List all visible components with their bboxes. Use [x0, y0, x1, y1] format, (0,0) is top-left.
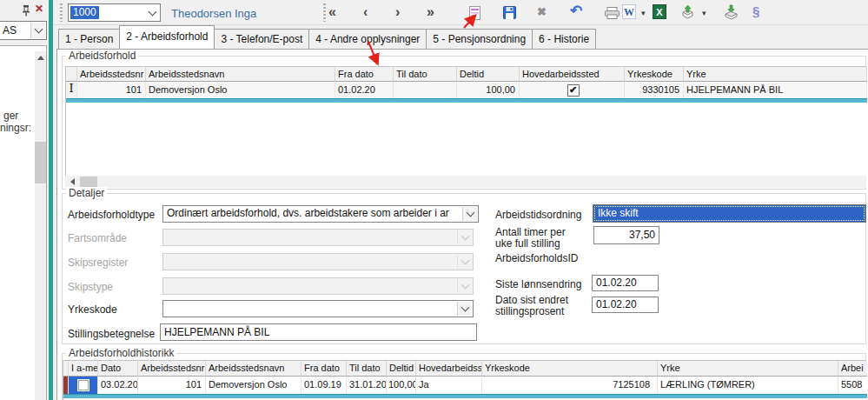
next-record-button[interactable]: ›	[395, 4, 400, 20]
column-header[interactable]: Yrkeskode	[482, 361, 658, 377]
word-export-icon[interactable]: W	[622, 4, 636, 19]
cell-arbeidsstedsnr: 101	[77, 82, 146, 98]
paragraph-settings-icon[interactable]: §	[752, 3, 759, 18]
history-grid[interactable]: I a-meld Dato Arbeidsstedsnr Arbeidssted…	[63, 360, 866, 400]
tab-andre-opplysninger[interactable]: 4 - Andre opplysninger	[308, 29, 427, 49]
column-header[interactable]: Arbei	[838, 361, 867, 377]
chevron-down-icon	[457, 255, 472, 269]
siste-lonnsendring-input[interactable]: 01.02.20	[592, 275, 659, 291]
column-header[interactable]: Arbeidsstedsnavn	[146, 67, 335, 82]
tab-telefon-epost[interactable]: 3 - Telefon/E-post	[214, 29, 309, 49]
employment-grid[interactable]: Arbeidsstedsnr Arbeidsstedsnavn Fra dato…	[65, 66, 866, 176]
new-record-icon[interactable]	[469, 6, 480, 20]
excel-export-icon[interactable]: X	[653, 4, 666, 19]
tab-arbeidsforhold[interactable]: 2 - Arbeidsforhold	[119, 25, 215, 49]
skipsregister-combo	[162, 253, 474, 270]
chevron-down-icon[interactable]: ▾	[641, 9, 646, 17]
scroll-left-icon[interactable]	[65, 176, 79, 188]
antall-timer-input[interactable]: 37,50	[593, 226, 659, 244]
checkbox-unchecked[interactable]	[77, 379, 89, 391]
column-header[interactable]: Deltid	[457, 67, 520, 82]
antall-timer-label-line2: uke full stilling	[495, 237, 560, 250]
cell-yrkeskode: 7125108	[482, 377, 658, 394]
cell-i-ameld	[69, 377, 98, 394]
tab-person[interactable]: 1 - Person	[58, 29, 120, 49]
yrkeskode-combo[interactable]: 9330105 HJELPEMANN PÅ BIL	[162, 300, 474, 317]
dato-sist-endret-input[interactable]: 01.02.20	[592, 297, 659, 313]
employee-number-combo[interactable]: 1000	[68, 3, 161, 22]
cell-dato: 03.02.20	[98, 377, 138, 394]
yrkeskode-label: Yrkeskode	[68, 303, 117, 316]
skipstype-label: Skipstype	[68, 281, 113, 293]
column-header[interactable]: Hovedarbeidssted	[416, 361, 482, 377]
toolbar-grip[interactable]	[323, 3, 326, 22]
column-header[interactable]: Fra dato	[335, 67, 394, 82]
pin-icon[interactable]	[21, 4, 31, 17]
chevron-down-icon[interactable]	[145, 5, 159, 20]
stillingsbetegnelse-input[interactable]: HJELPEMANN PÅ BIL	[160, 323, 477, 341]
toolbar-grip[interactable]	[60, 3, 63, 22]
close-panel-icon[interactable]: ✕	[35, 3, 43, 15]
employment-hscrollbar[interactable]	[65, 176, 866, 188]
column-header[interactable]: Arbeidsstedsnavn	[206, 361, 301, 377]
scrollbar-thumb[interactable]	[35, 142, 46, 183]
cell-hovedarbeidssted: ✔	[520, 82, 625, 98]
chevron-down-icon	[457, 279, 472, 293]
cell-arbeidsstedsnavn: Demoversjon Oslo	[146, 82, 335, 98]
column-header[interactable]: Arbeidsstedsnr	[77, 67, 146, 82]
arbeidstidsordning-combo[interactable]: Ikke skift	[593, 204, 866, 223]
scroll-up-icon[interactable]	[35, 51, 46, 64]
cell-yrkeskode: 9330105	[625, 82, 684, 98]
checkbox-checked[interactable]: ✔	[567, 84, 580, 97]
cell-arbeidsforholdsid: 5508	[838, 377, 867, 394]
dock-list-item[interactable]: ningsr:	[0, 122, 31, 134]
column-header[interactable]: I a-meld	[69, 361, 98, 377]
dock-scrollbar[interactable]	[35, 51, 46, 400]
table-row[interactable]: I 101 Demoversjon Oslo 01.02.20 100,00 ✔…	[66, 82, 867, 98]
cell-arbeidsstedsnr: 101	[138, 377, 206, 394]
employee-number-value: 1000	[70, 6, 99, 19]
current-row-indicator	[63, 394, 867, 398]
last-record-button[interactable]: »	[427, 4, 434, 20]
table-row[interactable]: 03.02.20 101 Demoversjon Oslo 01.09.19 3…	[63, 377, 867, 394]
siste-lonnsendring-label: Siste lønnsendring	[495, 278, 581, 290]
column-header[interactable]: Til dato	[394, 67, 457, 82]
column-header[interactable]: Arbeidsstedsnr	[138, 361, 206, 377]
cell-deltid: 100,00	[457, 82, 520, 98]
save-icon[interactable]	[503, 6, 516, 19]
app-window: ✕ AS ger ningsr: 1000 Theodorsen Inga « …	[0, 0, 868, 400]
tab-pensjonsordning[interactable]: 5 - Pensjonsordning	[426, 29, 533, 49]
column-header[interactable]: Yrke	[658, 361, 838, 377]
chevron-down-icon[interactable]	[462, 207, 477, 221]
first-record-button[interactable]: «	[328, 4, 336, 20]
column-header[interactable]: Til dato	[347, 361, 387, 377]
delete-icon[interactable]: ✖	[537, 5, 547, 18]
column-header[interactable]: Dato	[98, 361, 138, 377]
import-icon[interactable]	[724, 4, 739, 20]
chevron-down-icon[interactable]	[457, 302, 472, 316]
dock-combo[interactable]: AS	[0, 21, 47, 40]
cell-til-dato: 31.01.20	[347, 377, 387, 394]
tab-historie[interactable]: 6 - Historie	[532, 29, 596, 49]
column-header[interactable]: Hovedarbeidssted	[520, 67, 625, 82]
arbeidsforholdtype-combo[interactable]: Ordinært arbeidsforhold, dvs. arbeidstak…	[162, 205, 479, 223]
dock-list-item[interactable]: ger	[3, 110, 18, 122]
chevron-down-icon[interactable]	[30, 23, 45, 38]
column-header[interactable]: Fra dato	[301, 361, 347, 377]
print-icon[interactable]	[605, 7, 620, 19]
cell-fra-dato: 01.09.19	[301, 377, 347, 394]
cell-yrke: LÆRLING (TØMRER)	[658, 377, 838, 394]
cell-yrke: HJELPEMANN PÅ BIL	[684, 82, 867, 98]
column-header[interactable]: Deltid	[387, 361, 416, 377]
previous-record-button[interactable]: ‹	[363, 4, 368, 20]
export-icon[interactable]	[680, 4, 695, 20]
antall-timer-label-line1: Antall timer per	[495, 226, 566, 238]
scrollbar-thumb[interactable]	[80, 177, 97, 187]
chevron-down-icon[interactable]: ▾	[702, 9, 706, 17]
column-header[interactable]: Yrke	[684, 67, 867, 82]
chevron-down-icon	[457, 230, 472, 244]
undo-icon[interactable]: ↶	[570, 2, 582, 20]
employee-name-label: Theodorsen Inga	[171, 7, 256, 20]
column-header[interactable]: Yrkeskode	[625, 67, 684, 82]
details-group-title: Detaljer	[66, 187, 107, 199]
